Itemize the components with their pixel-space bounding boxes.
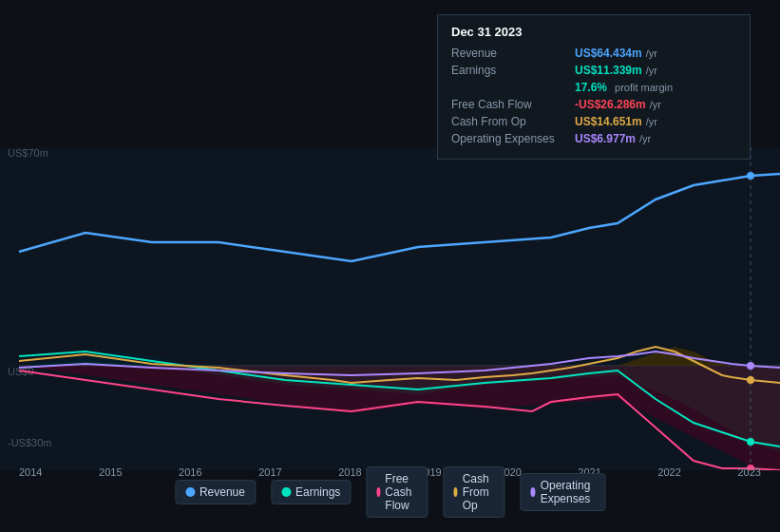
chart-container: Dec 31 2023 Revenue US$64.434m /yr Earni… xyxy=(0,0,780,532)
tooltip-label-revenue: Revenue xyxy=(451,47,575,60)
svg-point-4 xyxy=(747,438,754,446)
legend-item-revenue[interactable]: Revenue xyxy=(175,480,256,504)
tooltip-unit-earnings: /yr xyxy=(646,65,657,76)
tooltip-row-fcf: Free Cash Flow -US$26.286m /yr xyxy=(451,98,736,111)
tooltip-value-cashop: US$14.651m xyxy=(575,115,642,128)
tooltip-sub-margin: profit margin xyxy=(615,82,673,93)
x-label-2022: 2022 xyxy=(657,466,680,478)
legend-item-earnings[interactable]: Earnings xyxy=(271,480,351,504)
tooltip-label-opex: Operating Expenses xyxy=(451,132,575,145)
legend-label-cashop: Cash From Op xyxy=(463,472,495,512)
tooltip-unit-fcf: /yr xyxy=(650,99,661,110)
legend-dot-earnings xyxy=(281,487,291,497)
svg-point-7 xyxy=(747,362,754,370)
tooltip-value-opex: US$6.977m xyxy=(575,132,636,145)
tooltip-row-earnings: Earnings US$11.339m /yr xyxy=(451,64,736,77)
svg-point-6 xyxy=(747,376,754,384)
x-label-2015: 2015 xyxy=(99,466,122,478)
legend-dot-opex xyxy=(530,487,535,497)
legend-item-cashop[interactable]: Cash From Op xyxy=(443,466,504,518)
tooltip-date: Dec 31 2023 xyxy=(451,25,736,39)
tooltip-value-margin: 17.6% xyxy=(575,81,607,94)
svg-point-3 xyxy=(747,172,754,180)
tooltip-label-cashop: Cash From Op xyxy=(451,115,575,128)
legend-label-earnings: Earnings xyxy=(295,485,340,499)
tooltip-label-earnings: Earnings xyxy=(451,64,575,77)
legend-item-fcf[interactable]: Free Cash Flow xyxy=(366,466,428,518)
tooltip-row-revenue: Revenue US$64.434m /yr xyxy=(451,47,736,60)
legend-dot-revenue xyxy=(185,487,195,497)
tooltip-value-revenue: US$64.434m xyxy=(575,47,642,60)
legend-label-opex: Operating Expenses xyxy=(541,479,595,505)
legend-dot-cashop xyxy=(453,487,457,497)
tooltip-label-fcf: Free Cash Flow xyxy=(451,98,575,111)
tooltip-box: Dec 31 2023 Revenue US$64.434m /yr Earni… xyxy=(437,14,751,160)
tooltip-unit-opex: /yr xyxy=(639,133,651,144)
legend-label-revenue: Revenue xyxy=(200,485,245,499)
x-label-2014: 2014 xyxy=(19,466,42,478)
x-label-2023: 2023 xyxy=(737,466,760,478)
tooltip-row-opex: Operating Expenses US$6.977m /yr xyxy=(451,132,736,145)
tooltip-value-fcf: -US$26.286m xyxy=(575,98,646,111)
tooltip-unit-revenue: /yr xyxy=(646,48,657,59)
legend: Revenue Earnings Free Cash Flow Cash Fro… xyxy=(175,466,605,518)
chart-svg xyxy=(0,147,780,470)
legend-item-opex[interactable]: Operating Expenses xyxy=(520,473,605,511)
legend-label-fcf: Free Cash Flow xyxy=(385,472,417,512)
tooltip-unit-cashop: /yr xyxy=(646,116,657,127)
tooltip-value-earnings: US$11.339m xyxy=(575,64,642,77)
tooltip-row-cashop: Cash From Op US$14.651m /yr xyxy=(451,115,736,128)
tooltip-row-margin: 17.6% profit margin xyxy=(451,81,736,94)
legend-dot-fcf xyxy=(376,487,380,497)
